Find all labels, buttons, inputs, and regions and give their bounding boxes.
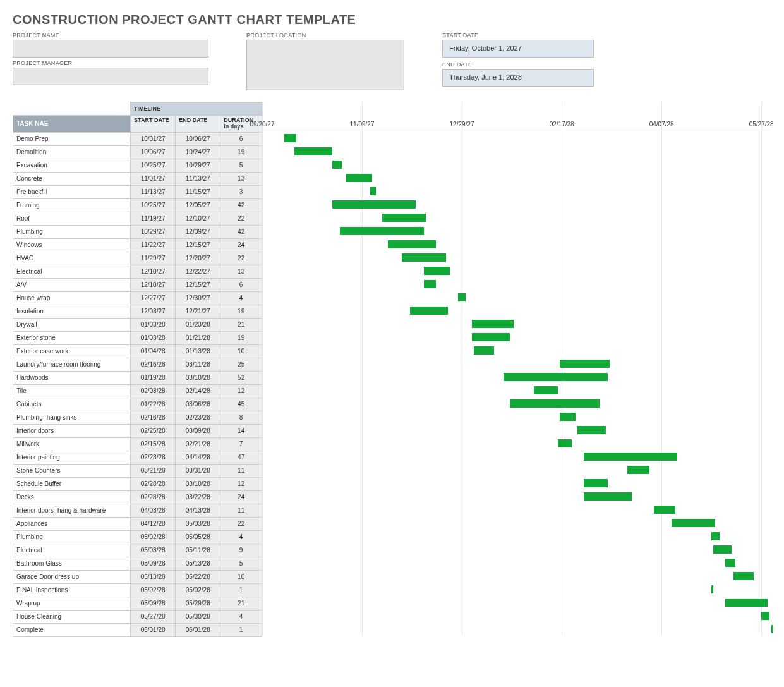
gantt-bar[interactable]	[424, 280, 436, 288]
table-row[interactable]: A/V12/10/2712/15/276	[13, 278, 262, 291]
gantt-bar[interactable]	[560, 360, 610, 368]
task-duration-cell: 9	[220, 544, 262, 557]
table-row[interactable]: Windows11/22/2712/15/2724	[13, 238, 262, 252]
gantt-bar[interactable]	[711, 585, 713, 593]
table-row[interactable]: Excavation10/25/2710/29/275	[13, 159, 262, 172]
gantt-bar[interactable]	[672, 519, 716, 527]
task-duration-cell: 52	[220, 371, 262, 384]
task-start-cell: 11/22/27	[131, 238, 176, 252]
gantt-bar[interactable]	[577, 426, 605, 434]
task-duration-cell: 47	[220, 451, 262, 464]
gantt-bar-row	[262, 145, 771, 158]
gantt-bar[interactable]	[711, 532, 720, 540]
table-row[interactable]: Hardwoods01/19/2803/10/2852	[13, 371, 262, 384]
gantt-bar[interactable]	[472, 333, 510, 341]
table-row[interactable]: Exterior stone01/03/2801/21/2819	[13, 331, 262, 344]
table-row[interactable]: Garage Door dress up05/13/2805/22/2810	[13, 570, 262, 583]
gantt-bar[interactable]	[771, 625, 773, 633]
gantt-bar[interactable]	[560, 413, 576, 421]
table-row[interactable]: Pre backfill11/13/2711/15/273	[13, 185, 262, 198]
gantt-bar[interactable]	[725, 599, 767, 607]
gantt-bar[interactable]	[725, 559, 735, 567]
table-row[interactable]: Interior painting02/28/2804/14/2847	[13, 451, 262, 464]
table-row[interactable]: Plumbing -hang sinks02/16/2802/23/288	[13, 411, 262, 424]
gantt-bar[interactable]	[402, 253, 446, 262]
table-row[interactable]: Plumbing05/02/2805/05/284	[13, 530, 262, 544]
table-row[interactable]: FINAL Inspections05/02/2805/02/281	[13, 583, 262, 597]
gantt-bar[interactable]	[332, 200, 416, 209]
gantt-bar[interactable]	[713, 545, 731, 554]
table-row[interactable]: Wrap up05/09/2805/29/2821	[13, 597, 262, 610]
gantt-bar[interactable]	[558, 439, 572, 447]
table-row[interactable]: House wrap12/27/2712/30/274	[13, 291, 262, 305]
task-duration-cell: 8	[220, 411, 262, 424]
task-name-cell: Electrical	[13, 265, 131, 278]
task-start-cell: 02/16/28	[131, 358, 176, 371]
end-date-label: END DATE	[442, 61, 594, 68]
table-row[interactable]: Demolition10/06/2710/24/2719	[13, 145, 262, 159]
gantt-bar[interactable]	[733, 572, 754, 580]
gantt-bar[interactable]	[584, 453, 678, 461]
gantt-bar[interactable]	[340, 227, 424, 235]
project-location-input[interactable]	[246, 40, 404, 90]
project-name-input[interactable]	[13, 40, 208, 58]
table-row[interactable]: Roof11/19/2712/10/2722	[13, 212, 262, 225]
gantt-bar[interactable]	[761, 612, 769, 620]
table-row[interactable]: Bathroom Glass05/09/2805/13/285	[13, 557, 262, 570]
table-row[interactable]: Millwork02/15/2802/21/287	[13, 437, 262, 451]
gantt-bar[interactable]	[584, 492, 632, 501]
gantt-bar[interactable]	[654, 506, 676, 514]
task-duration-cell: 5	[220, 159, 262, 172]
gantt-bar-row	[262, 583, 771, 596]
gantt-bar[interactable]	[534, 386, 558, 394]
task-start-cell: 10/06/27	[131, 145, 176, 159]
table-row[interactable]: Decks02/28/2803/22/2824	[13, 490, 262, 504]
gantt-bar[interactable]	[370, 187, 376, 195]
table-row[interactable]: Concrete11/01/2711/13/2713	[13, 172, 262, 185]
gantt-bar[interactable]	[424, 267, 450, 275]
gantt-bar[interactable]	[472, 320, 514, 328]
table-row[interactable]: Tile02/03/2802/14/2812	[13, 384, 262, 398]
end-date-field[interactable]: Thursday, June 1, 2028	[442, 69, 594, 87]
gantt-bar[interactable]	[504, 373, 607, 381]
gantt-bar[interactable]	[474, 346, 494, 355]
table-row[interactable]: Demo Prep10/01/2710/06/276	[13, 132, 262, 145]
table-row[interactable]: Stone Counters03/21/2803/31/2811	[13, 464, 262, 477]
gantt-bar[interactable]	[284, 134, 296, 142]
gantt-bar[interactable]	[458, 293, 466, 301]
gantt-bar[interactable]	[627, 466, 649, 474]
table-row[interactable]: Drywall01/03/2801/23/2821	[13, 318, 262, 331]
table-row[interactable]: Exterior case work01/04/2801/13/2810	[13, 344, 262, 358]
table-row[interactable]: HVAC11/29/2712/20/2722	[13, 252, 262, 265]
table-row[interactable]: House Cleaning05/27/2805/30/284	[13, 610, 262, 623]
table-row[interactable]: Cabinets01/22/2803/06/2845	[13, 398, 262, 411]
task-start-cell: 01/22/28	[131, 398, 176, 411]
table-row[interactable]: Appliances04/12/2805/03/2822	[13, 517, 262, 530]
table-row[interactable]: Electrical12/10/2712/22/2713	[13, 265, 262, 278]
table-row[interactable]: Insulation12/03/2712/21/2719	[13, 305, 262, 318]
start-date-field[interactable]: Friday, October 1, 2027	[442, 40, 594, 58]
page-title: CONSTRUCTION PROJECT GANTT CHART TEMPLAT…	[13, 13, 771, 27]
table-row[interactable]: Interior doors- hang & hardware04/03/280…	[13, 504, 262, 517]
gantt-bar[interactable]	[294, 147, 332, 155]
table-row[interactable]: Framing10/25/2712/05/2742	[13, 198, 262, 212]
task-duration-cell: 21	[220, 597, 262, 610]
task-name-cell: Stone Counters	[13, 464, 131, 477]
start-date-label: START DATE	[442, 32, 594, 39]
gantt-bar[interactable]	[584, 479, 608, 487]
project-manager-input[interactable]	[13, 68, 208, 85]
gantt-bar[interactable]	[510, 399, 600, 408]
table-row[interactable]: Plumbing10/29/2712/09/2742	[13, 225, 262, 238]
table-row[interactable]: Laundry/furnace room flooring02/16/2803/…	[13, 358, 262, 371]
gantt-bar[interactable]	[410, 307, 448, 315]
gantt-bar[interactable]	[388, 240, 436, 248]
gantt-bar[interactable]	[332, 161, 342, 169]
task-duration-cell: 22	[220, 252, 262, 265]
gantt-bar[interactable]	[382, 214, 426, 222]
table-row[interactable]: Electrical05/03/2805/11/289	[13, 544, 262, 557]
table-row[interactable]: Schedule Buffer02/28/2803/10/2812	[13, 477, 262, 490]
table-row[interactable]: Interior doors02/25/2803/09/2814	[13, 424, 262, 437]
task-start-cell: 01/03/28	[131, 318, 176, 331]
table-row[interactable]: Complete06/01/2806/01/281	[13, 623, 262, 636]
gantt-bar[interactable]	[346, 174, 372, 182]
